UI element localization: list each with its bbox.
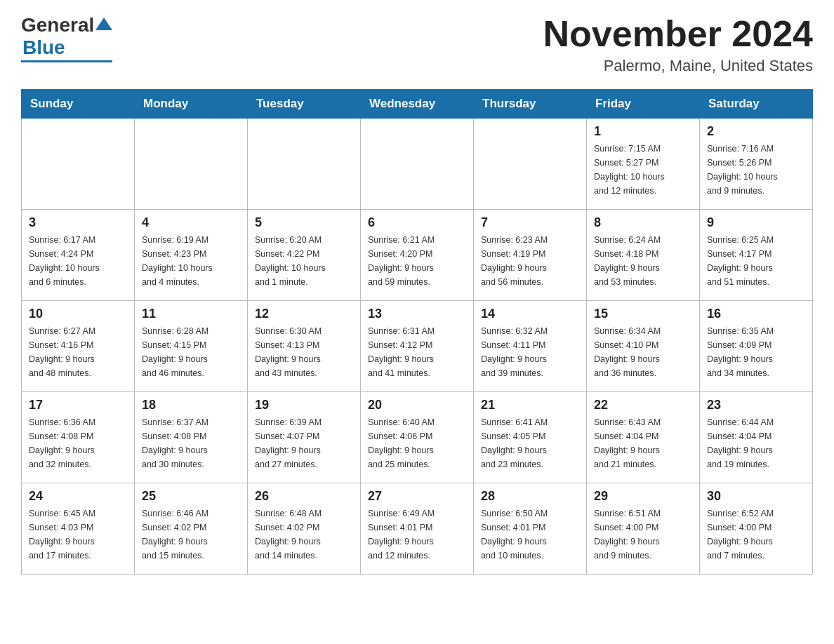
calendar-cell: 8Sunrise: 6:24 AMSunset: 4:18 PMDaylight… bbox=[587, 210, 700, 301]
day-info: Sunrise: 6:25 AMSunset: 4:17 PMDaylight:… bbox=[707, 233, 805, 289]
day-info: Sunrise: 6:32 AMSunset: 4:11 PMDaylight:… bbox=[481, 324, 579, 380]
calendar-cell: 22Sunrise: 6:43 AMSunset: 4:04 PMDayligh… bbox=[587, 392, 700, 483]
calendar-cell: 17Sunrise: 6:36 AMSunset: 4:08 PMDayligh… bbox=[22, 392, 135, 483]
day-info: Sunrise: 6:51 AMSunset: 4:00 PMDaylight:… bbox=[594, 507, 692, 563]
week-row-5: 24Sunrise: 6:45 AMSunset: 4:03 PMDayligh… bbox=[22, 483, 813, 575]
day-number: 20 bbox=[368, 398, 466, 412]
day-info: Sunrise: 6:45 AMSunset: 4:03 PMDaylight:… bbox=[29, 507, 127, 563]
day-number: 25 bbox=[142, 489, 240, 504]
calendar-cell: 23Sunrise: 6:44 AMSunset: 4:04 PMDayligh… bbox=[700, 392, 813, 483]
logo: General Blue bbox=[21, 14, 112, 62]
calendar-cell: 6Sunrise: 6:21 AMSunset: 4:20 PMDaylight… bbox=[361, 210, 474, 301]
calendar-cell: 26Sunrise: 6:48 AMSunset: 4:02 PMDayligh… bbox=[248, 483, 361, 575]
day-info: Sunrise: 6:37 AMSunset: 4:08 PMDaylight:… bbox=[142, 415, 240, 471]
day-number: 7 bbox=[481, 215, 579, 230]
day-number: 23 bbox=[707, 398, 805, 412]
week-row-3: 10Sunrise: 6:27 AMSunset: 4:16 PMDayligh… bbox=[22, 301, 813, 392]
calendar-header-tuesday: Tuesday bbox=[248, 90, 361, 119]
day-number: 1 bbox=[594, 124, 692, 139]
week-row-1: 1Sunrise: 7:15 AMSunset: 5:27 PMDaylight… bbox=[22, 119, 813, 210]
calendar-cell: 12Sunrise: 6:30 AMSunset: 4:13 PMDayligh… bbox=[248, 301, 361, 392]
calendar-cell bbox=[474, 119, 587, 210]
day-number: 27 bbox=[368, 489, 466, 504]
calendar-cell: 21Sunrise: 6:41 AMSunset: 4:05 PMDayligh… bbox=[474, 392, 587, 483]
day-number: 22 bbox=[594, 398, 692, 412]
day-number: 10 bbox=[29, 307, 127, 321]
day-info: Sunrise: 6:19 AMSunset: 4:23 PMDaylight:… bbox=[142, 233, 240, 289]
calendar-cell: 1Sunrise: 7:15 AMSunset: 5:27 PMDaylight… bbox=[587, 119, 700, 210]
day-info: Sunrise: 6:40 AMSunset: 4:06 PMDaylight:… bbox=[368, 415, 466, 471]
calendar-header-wednesday: Wednesday bbox=[361, 90, 474, 119]
calendar-cell: 28Sunrise: 6:50 AMSunset: 4:01 PMDayligh… bbox=[474, 483, 587, 575]
calendar-cell: 18Sunrise: 6:37 AMSunset: 4:08 PMDayligh… bbox=[135, 392, 248, 483]
page-header: General Blue November 2024 Palermo, Main… bbox=[21, 14, 813, 75]
calendar-cell: 11Sunrise: 6:28 AMSunset: 4:15 PMDayligh… bbox=[135, 301, 248, 392]
day-number: 17 bbox=[29, 398, 127, 412]
calendar-cell bbox=[22, 119, 135, 210]
calendar-cell: 16Sunrise: 6:35 AMSunset: 4:09 PMDayligh… bbox=[700, 301, 813, 392]
day-number: 11 bbox=[142, 307, 240, 321]
day-number: 8 bbox=[594, 215, 692, 230]
calendar-cell: 13Sunrise: 6:31 AMSunset: 4:12 PMDayligh… bbox=[361, 301, 474, 392]
day-info: Sunrise: 6:48 AMSunset: 4:02 PMDaylight:… bbox=[255, 507, 353, 563]
day-number: 5 bbox=[255, 215, 353, 230]
calendar-cell: 5Sunrise: 6:20 AMSunset: 4:22 PMDaylight… bbox=[248, 210, 361, 301]
day-number: 9 bbox=[707, 215, 805, 230]
calendar-header-sunday: Sunday bbox=[22, 90, 135, 119]
location-subtitle: Palermo, Maine, United States bbox=[543, 57, 813, 75]
week-row-4: 17Sunrise: 6:36 AMSunset: 4:08 PMDayligh… bbox=[22, 392, 813, 483]
calendar-header-monday: Monday bbox=[135, 90, 248, 119]
day-info: Sunrise: 6:35 AMSunset: 4:09 PMDaylight:… bbox=[707, 324, 805, 380]
day-info: Sunrise: 6:24 AMSunset: 4:18 PMDaylight:… bbox=[594, 233, 692, 289]
logo-blue-text: Blue bbox=[22, 36, 65, 59]
calendar-header-friday: Friday bbox=[587, 90, 700, 119]
calendar-table: SundayMondayTuesdayWednesdayThursdayFrid… bbox=[21, 89, 813, 575]
day-info: Sunrise: 6:36 AMSunset: 4:08 PMDaylight:… bbox=[29, 415, 127, 471]
day-info: Sunrise: 6:20 AMSunset: 4:22 PMDaylight:… bbox=[255, 233, 353, 289]
day-number: 30 bbox=[707, 489, 805, 504]
day-info: Sunrise: 7:16 AMSunset: 5:26 PMDaylight:… bbox=[707, 142, 805, 198]
calendar-cell: 10Sunrise: 6:27 AMSunset: 4:16 PMDayligh… bbox=[22, 301, 135, 392]
day-number: 14 bbox=[481, 307, 579, 321]
calendar-cell: 30Sunrise: 6:52 AMSunset: 4:00 PMDayligh… bbox=[700, 483, 813, 575]
calendar-cell bbox=[135, 119, 248, 210]
day-number: 28 bbox=[481, 489, 579, 504]
day-info: Sunrise: 6:17 AMSunset: 4:24 PMDaylight:… bbox=[29, 233, 127, 289]
day-info: Sunrise: 6:31 AMSunset: 4:12 PMDaylight:… bbox=[368, 324, 466, 380]
day-number: 29 bbox=[594, 489, 692, 504]
day-info: Sunrise: 7:15 AMSunset: 5:27 PMDaylight:… bbox=[594, 142, 692, 198]
month-title: November 2024 bbox=[543, 14, 813, 54]
calendar-cell: 24Sunrise: 6:45 AMSunset: 4:03 PMDayligh… bbox=[22, 483, 135, 575]
logo-general-text: General bbox=[21, 14, 94, 36]
calendar-header-saturday: Saturday bbox=[700, 90, 813, 119]
calendar-cell: 20Sunrise: 6:40 AMSunset: 4:06 PMDayligh… bbox=[361, 392, 474, 483]
logo-underline bbox=[21, 60, 112, 62]
calendar-cell: 7Sunrise: 6:23 AMSunset: 4:19 PMDaylight… bbox=[474, 210, 587, 301]
day-number: 3 bbox=[29, 215, 127, 230]
logo-triangle-icon bbox=[95, 18, 112, 30]
calendar-header-row: SundayMondayTuesdayWednesdayThursdayFrid… bbox=[22, 90, 813, 119]
calendar-cell bbox=[248, 119, 361, 210]
week-row-2: 3Sunrise: 6:17 AMSunset: 4:24 PMDaylight… bbox=[22, 210, 813, 301]
calendar-cell: 25Sunrise: 6:46 AMSunset: 4:02 PMDayligh… bbox=[135, 483, 248, 575]
calendar-cell: 19Sunrise: 6:39 AMSunset: 4:07 PMDayligh… bbox=[248, 392, 361, 483]
title-block: November 2024 Palermo, Maine, United Sta… bbox=[543, 14, 813, 75]
day-info: Sunrise: 6:50 AMSunset: 4:01 PMDaylight:… bbox=[481, 507, 579, 563]
day-info: Sunrise: 6:46 AMSunset: 4:02 PMDaylight:… bbox=[142, 507, 240, 563]
calendar-cell: 4Sunrise: 6:19 AMSunset: 4:23 PMDaylight… bbox=[135, 210, 248, 301]
calendar-cell: 2Sunrise: 7:16 AMSunset: 5:26 PMDaylight… bbox=[700, 119, 813, 210]
calendar-cell: 9Sunrise: 6:25 AMSunset: 4:17 PMDaylight… bbox=[700, 210, 813, 301]
day-info: Sunrise: 6:21 AMSunset: 4:20 PMDaylight:… bbox=[368, 233, 466, 289]
day-info: Sunrise: 6:27 AMSunset: 4:16 PMDaylight:… bbox=[29, 324, 127, 380]
day-info: Sunrise: 6:34 AMSunset: 4:10 PMDaylight:… bbox=[594, 324, 692, 380]
calendar-cell: 14Sunrise: 6:32 AMSunset: 4:11 PMDayligh… bbox=[474, 301, 587, 392]
day-number: 16 bbox=[707, 307, 805, 321]
calendar-cell bbox=[361, 119, 474, 210]
day-number: 4 bbox=[142, 215, 240, 230]
day-info: Sunrise: 6:44 AMSunset: 4:04 PMDaylight:… bbox=[707, 415, 805, 471]
calendar-cell: 27Sunrise: 6:49 AMSunset: 4:01 PMDayligh… bbox=[361, 483, 474, 575]
day-number: 26 bbox=[255, 489, 353, 504]
day-number: 19 bbox=[255, 398, 353, 412]
day-info: Sunrise: 6:28 AMSunset: 4:15 PMDaylight:… bbox=[142, 324, 240, 380]
day-info: Sunrise: 6:49 AMSunset: 4:01 PMDaylight:… bbox=[368, 507, 466, 563]
